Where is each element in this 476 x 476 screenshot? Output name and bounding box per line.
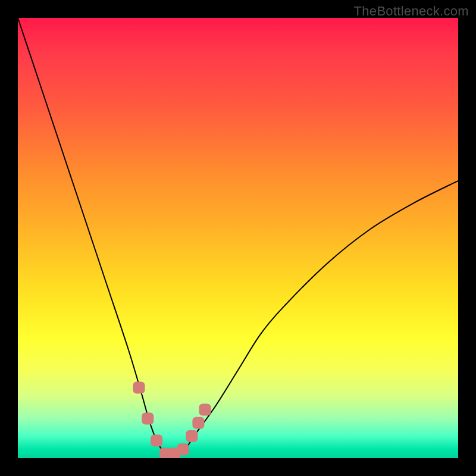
highlight-point [151, 434, 162, 446]
chart-frame: TheBottleneck.com [0, 0, 476, 476]
curve-layer [18, 18, 458, 458]
highlight-point [142, 412, 154, 424]
watermark-text: TheBottleneck.com [354, 4, 469, 19]
highlight-point [177, 443, 189, 455]
bottleneck-curve [18, 18, 458, 455]
highlight-point [159, 448, 171, 458]
plot-area [18, 18, 458, 458]
highlight-point [133, 382, 145, 394]
markers-layer [18, 18, 458, 458]
highlight-point [168, 448, 180, 458]
highlight-point [199, 404, 211, 416]
highlight-point [186, 430, 198, 442]
highlight-points [133, 382, 211, 458]
highlight-point [192, 417, 204, 429]
